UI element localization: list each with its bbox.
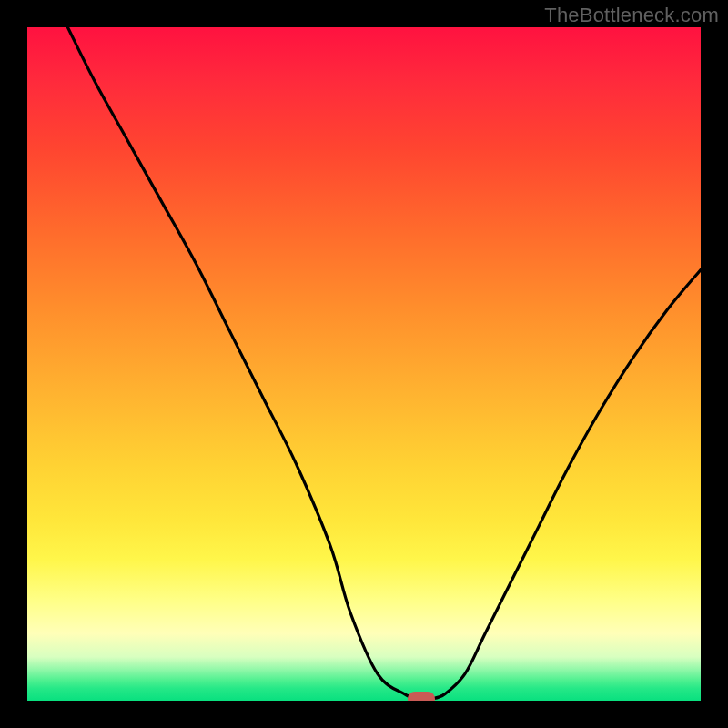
data-curve — [67, 27, 701, 699]
watermark-text: TheBottleneck.com — [544, 4, 719, 27]
chart-frame: TheBottleneck.com — [0, 0, 728, 728]
minimum-marker — [408, 692, 435, 701]
plot-area — [27, 27, 701, 701]
curve-svg — [27, 27, 701, 701]
